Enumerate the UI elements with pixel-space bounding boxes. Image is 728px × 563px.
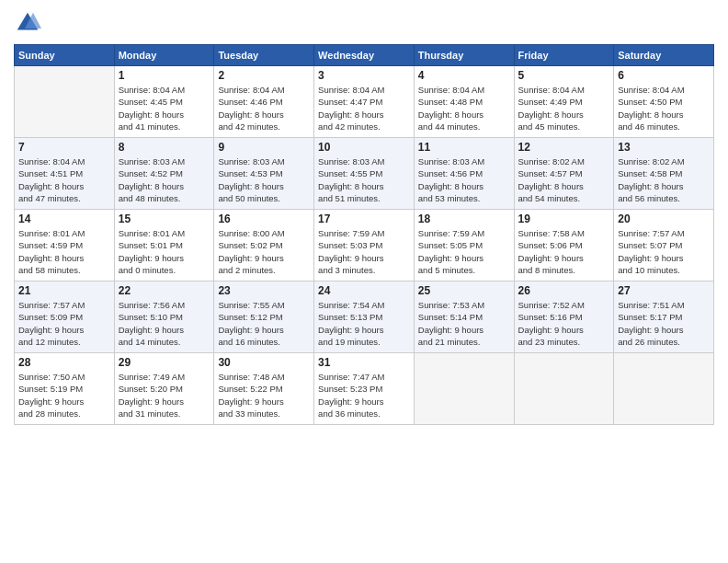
day-number: 12 xyxy=(518,141,610,154)
calendar-cell: 13Sunrise: 8:02 AM Sunset: 4:58 PM Dayli… xyxy=(614,138,714,210)
day-number: 23 xyxy=(218,284,310,297)
day-info: Sunrise: 8:04 AM Sunset: 4:45 PM Dayligh… xyxy=(119,84,210,132)
calendar-cell: 28Sunrise: 7:50 AM Sunset: 5:19 PM Dayli… xyxy=(15,353,115,425)
day-info: Sunrise: 7:57 AM Sunset: 5:07 PM Dayligh… xyxy=(618,227,710,276)
day-number: 11 xyxy=(418,141,510,154)
calendar-header-friday: Friday xyxy=(514,45,614,66)
header xyxy=(14,9,714,37)
day-info: Sunrise: 8:02 AM Sunset: 4:57 PM Dayligh… xyxy=(518,155,610,204)
day-info: Sunrise: 8:00 AM Sunset: 5:02 PM Dayligh… xyxy=(218,227,310,276)
calendar-week-row: 14Sunrise: 8:01 AM Sunset: 4:59 PM Dayli… xyxy=(15,210,714,282)
calendar-cell: 5Sunrise: 8:04 AM Sunset: 4:49 PM Daylig… xyxy=(514,66,614,138)
day-info: Sunrise: 7:49 AM Sunset: 5:20 PM Dayligh… xyxy=(119,371,210,419)
day-info: Sunrise: 7:58 AM Sunset: 5:06 PM Dayligh… xyxy=(518,227,610,276)
calendar-cell: 29Sunrise: 7:49 AM Sunset: 5:20 PM Dayli… xyxy=(114,353,214,425)
calendar-header-tuesday: Tuesday xyxy=(214,45,314,66)
day-info: Sunrise: 7:47 AM Sunset: 5:23 PM Dayligh… xyxy=(318,371,410,419)
calendar-cell: 14Sunrise: 8:01 AM Sunset: 4:59 PM Dayli… xyxy=(15,210,115,282)
day-info: Sunrise: 8:04 AM Sunset: 4:47 PM Dayligh… xyxy=(318,84,410,132)
calendar-cell: 12Sunrise: 8:02 AM Sunset: 4:57 PM Dayli… xyxy=(514,138,614,210)
day-number: 17 xyxy=(318,213,410,225)
day-number: 13 xyxy=(618,141,710,154)
day-info: Sunrise: 7:48 AM Sunset: 5:22 PM Dayligh… xyxy=(218,371,310,419)
day-info: Sunrise: 8:03 AM Sunset: 4:53 PM Dayligh… xyxy=(218,155,310,204)
logo xyxy=(14,9,45,37)
day-info: Sunrise: 8:03 AM Sunset: 4:55 PM Dayligh… xyxy=(318,155,410,204)
calendar-cell: 20Sunrise: 7:57 AM Sunset: 5:07 PM Dayli… xyxy=(614,210,714,282)
calendar-cell: 21Sunrise: 7:57 AM Sunset: 5:09 PM Dayli… xyxy=(15,282,115,353)
calendar-week-row: 21Sunrise: 7:57 AM Sunset: 5:09 PM Dayli… xyxy=(15,282,714,353)
calendar-cell: 16Sunrise: 8:00 AM Sunset: 5:02 PM Dayli… xyxy=(214,210,314,282)
day-number: 21 xyxy=(18,284,110,297)
calendar-week-row: 7Sunrise: 8:04 AM Sunset: 4:51 PM Daylig… xyxy=(15,138,714,210)
day-info: Sunrise: 7:54 AM Sunset: 5:13 PM Dayligh… xyxy=(318,299,410,348)
calendar-cell xyxy=(614,353,714,425)
calendar-header-thursday: Thursday xyxy=(414,45,514,66)
day-info: Sunrise: 8:04 AM Sunset: 4:51 PM Dayligh… xyxy=(18,155,110,204)
calendar-cell: 26Sunrise: 7:52 AM Sunset: 5:16 PM Dayli… xyxy=(514,282,614,353)
day-number: 18 xyxy=(418,213,510,225)
day-number: 20 xyxy=(618,213,710,225)
calendar-cell: 10Sunrise: 8:03 AM Sunset: 4:55 PM Dayli… xyxy=(314,138,415,210)
calendar-cell xyxy=(414,353,514,425)
calendar-table: SundayMondayTuesdayWednesdayThursdayFrid… xyxy=(14,44,714,425)
calendar-cell: 9Sunrise: 8:03 AM Sunset: 4:53 PM Daylig… xyxy=(214,138,314,210)
calendar-cell: 24Sunrise: 7:54 AM Sunset: 5:13 PM Dayli… xyxy=(314,282,415,353)
day-number: 7 xyxy=(18,141,110,154)
calendar-week-row: 1Sunrise: 8:04 AM Sunset: 4:45 PM Daylig… xyxy=(15,66,714,138)
day-number: 30 xyxy=(218,356,310,369)
day-number: 26 xyxy=(518,284,610,297)
day-info: Sunrise: 7:53 AM Sunset: 5:14 PM Dayligh… xyxy=(418,299,510,348)
day-info: Sunrise: 7:51 AM Sunset: 5:17 PM Dayligh… xyxy=(618,299,710,348)
day-number: 25 xyxy=(418,284,510,297)
day-info: Sunrise: 8:03 AM Sunset: 4:56 PM Dayligh… xyxy=(418,155,510,204)
day-number: 2 xyxy=(218,69,310,82)
day-info: Sunrise: 8:04 AM Sunset: 4:50 PM Dayligh… xyxy=(618,84,710,132)
calendar-cell: 30Sunrise: 7:48 AM Sunset: 5:22 PM Dayli… xyxy=(214,353,314,425)
calendar-header-monday: Monday xyxy=(114,45,214,66)
day-number: 14 xyxy=(18,213,110,225)
day-info: Sunrise: 7:56 AM Sunset: 5:10 PM Dayligh… xyxy=(119,299,210,348)
day-number: 3 xyxy=(318,69,410,82)
calendar-cell: 2Sunrise: 8:04 AM Sunset: 4:46 PM Daylig… xyxy=(214,66,314,138)
calendar-cell: 7Sunrise: 8:04 AM Sunset: 4:51 PM Daylig… xyxy=(15,138,115,210)
calendar-week-row: 28Sunrise: 7:50 AM Sunset: 5:19 PM Dayli… xyxy=(15,353,714,425)
day-info: Sunrise: 8:01 AM Sunset: 4:59 PM Dayligh… xyxy=(18,227,110,276)
day-info: Sunrise: 7:50 AM Sunset: 5:19 PM Dayligh… xyxy=(18,371,110,419)
calendar-cell: 1Sunrise: 8:04 AM Sunset: 4:45 PM Daylig… xyxy=(114,66,214,138)
day-info: Sunrise: 7:55 AM Sunset: 5:12 PM Dayligh… xyxy=(218,299,310,348)
day-number: 31 xyxy=(318,356,410,369)
calendar-cell: 3Sunrise: 8:04 AM Sunset: 4:47 PM Daylig… xyxy=(314,66,415,138)
day-number: 24 xyxy=(318,284,410,297)
day-info: Sunrise: 7:52 AM Sunset: 5:16 PM Dayligh… xyxy=(518,299,610,348)
calendar-cell: 4Sunrise: 8:04 AM Sunset: 4:48 PM Daylig… xyxy=(414,66,514,138)
day-info: Sunrise: 8:02 AM Sunset: 4:58 PM Dayligh… xyxy=(618,155,710,204)
day-number: 5 xyxy=(518,69,610,82)
day-number: 1 xyxy=(119,69,210,82)
calendar-cell xyxy=(15,66,115,138)
page-container: SundayMondayTuesdayWednesdayThursdayFrid… xyxy=(0,0,728,563)
day-info: Sunrise: 8:04 AM Sunset: 4:48 PM Dayligh… xyxy=(418,84,510,132)
day-number: 22 xyxy=(119,284,210,297)
calendar-cell: 22Sunrise: 7:56 AM Sunset: 5:10 PM Dayli… xyxy=(114,282,214,353)
day-number: 15 xyxy=(119,213,210,225)
calendar-cell xyxy=(514,353,614,425)
day-info: Sunrise: 8:03 AM Sunset: 4:52 PM Dayligh… xyxy=(119,155,210,204)
day-number: 16 xyxy=(218,213,310,225)
day-info: Sunrise: 8:01 AM Sunset: 5:01 PM Dayligh… xyxy=(119,227,210,276)
calendar-cell: 8Sunrise: 8:03 AM Sunset: 4:52 PM Daylig… xyxy=(114,138,214,210)
day-info: Sunrise: 8:04 AM Sunset: 4:49 PM Dayligh… xyxy=(518,84,610,132)
calendar-cell: 25Sunrise: 7:53 AM Sunset: 5:14 PM Dayli… xyxy=(414,282,514,353)
calendar-cell: 31Sunrise: 7:47 AM Sunset: 5:23 PM Dayli… xyxy=(314,353,415,425)
day-number: 19 xyxy=(518,213,610,225)
calendar-cell: 15Sunrise: 8:01 AM Sunset: 5:01 PM Dayli… xyxy=(114,210,214,282)
calendar-cell: 6Sunrise: 8:04 AM Sunset: 4:50 PM Daylig… xyxy=(614,66,714,138)
calendar-cell: 19Sunrise: 7:58 AM Sunset: 5:06 PM Dayli… xyxy=(514,210,614,282)
day-number: 27 xyxy=(618,284,710,297)
day-number: 4 xyxy=(418,69,510,82)
calendar-header-saturday: Saturday xyxy=(614,45,714,66)
day-number: 6 xyxy=(618,69,710,82)
day-info: Sunrise: 8:04 AM Sunset: 4:46 PM Dayligh… xyxy=(218,84,310,132)
day-info: Sunrise: 7:59 AM Sunset: 5:05 PM Dayligh… xyxy=(418,227,510,276)
day-info: Sunrise: 7:57 AM Sunset: 5:09 PM Dayligh… xyxy=(18,299,110,348)
